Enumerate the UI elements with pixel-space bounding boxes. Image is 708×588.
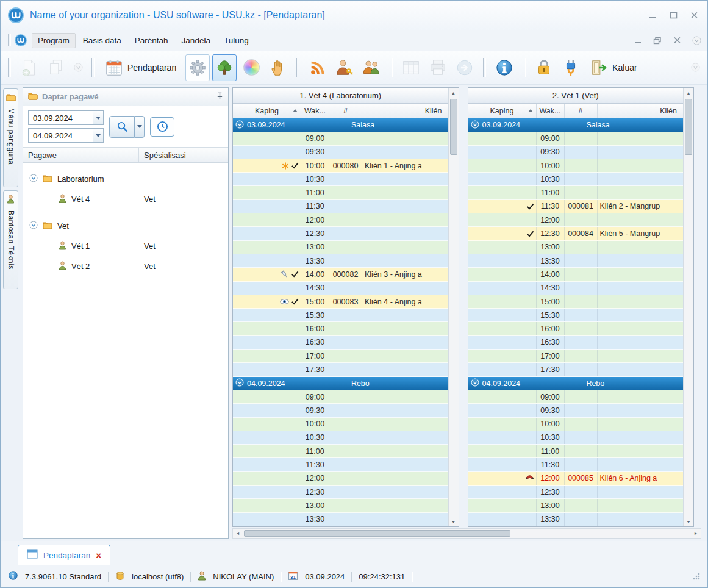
expand-icon[interactable] bbox=[235, 378, 244, 389]
slot-row[interactable]: 11:00 bbox=[233, 186, 448, 199]
slot-row[interactable]: 10:00 bbox=[468, 418, 684, 431]
slot-row[interactable]: 09:30 bbox=[468, 146, 684, 159]
search-options-button[interactable] bbox=[135, 116, 145, 138]
column-header-date[interactable]: Kaping bbox=[233, 104, 301, 118]
slot-row[interactable]: 09:30 bbox=[233, 146, 448, 159]
employee-group-row[interactable]: Vet bbox=[23, 216, 228, 236]
scroll-down-button[interactable]: ▼ bbox=[684, 517, 693, 526]
mdi-close-button[interactable] bbox=[672, 36, 682, 45]
vertical-scrollbar-thumb[interactable] bbox=[685, 99, 692, 155]
slot-row[interactable]: 16:30 bbox=[233, 336, 448, 350]
toolbar-grip[interactable] bbox=[8, 58, 11, 77]
slot-row[interactable]: 12:30 bbox=[233, 486, 448, 499]
scroll-up-button[interactable]: ▲ bbox=[684, 88, 693, 98]
usu-menu-icon[interactable] bbox=[15, 34, 27, 46]
column-header-number[interactable]: # bbox=[329, 104, 362, 118]
column-header-pagawe[interactable]: Pagawe bbox=[23, 148, 139, 162]
vertical-scrollbar-thumb[interactable] bbox=[450, 99, 457, 155]
scroll-down-button[interactable]: ▼ bbox=[449, 517, 459, 526]
user-access-button[interactable] bbox=[332, 54, 357, 81]
slot-row[interactable]: 12:30 bbox=[233, 227, 448, 240]
record-actions-button[interactable] bbox=[71, 60, 85, 75]
slot-row[interactable]: 16:00 bbox=[468, 322, 684, 335]
tab-close-icon[interactable]: × bbox=[96, 551, 101, 560]
tree-view-button[interactable] bbox=[212, 54, 237, 81]
slot-row[interactable]: 11:30 bbox=[233, 458, 448, 471]
employee-row[interactable]: Vét 1Vet bbox=[23, 236, 228, 256]
slot-row[interactable]: 12:00 bbox=[468, 213, 684, 227]
date-row[interactable]: 04.09.2024Rebo bbox=[468, 377, 684, 390]
copy-record-button[interactable] bbox=[44, 54, 68, 81]
menubar-grip[interactable] bbox=[8, 34, 11, 46]
slot-row[interactable]: 15:00000083Klién 4 - Anjing a bbox=[233, 295, 448, 309]
drag-mode-button[interactable] bbox=[266, 54, 290, 81]
slot-row[interactable]: 10:00 bbox=[468, 159, 684, 173]
menu-item[interactable]: Basis data bbox=[77, 33, 127, 48]
slot-row[interactable]: 10:30 bbox=[233, 431, 448, 445]
slot-row[interactable]: 17:30 bbox=[468, 363, 684, 376]
slot-row[interactable]: 13:30 bbox=[233, 254, 448, 268]
slot-row[interactable]: 13:00 bbox=[233, 499, 448, 512]
slot-row[interactable]: 10:30 bbox=[468, 173, 684, 186]
slot-row[interactable]: 13:00 bbox=[233, 241, 448, 254]
settings-button[interactable] bbox=[185, 54, 210, 81]
close-button[interactable] bbox=[689, 11, 699, 20]
search-button[interactable] bbox=[109, 116, 135, 138]
resize-grip[interactable] bbox=[692, 572, 700, 582]
exit-button[interactable]: Kaluar bbox=[585, 54, 643, 81]
column-header-date[interactable]: Kaping bbox=[468, 104, 537, 118]
minimize-button[interactable] bbox=[648, 11, 657, 20]
slot-row[interactable]: 13:30 bbox=[233, 513, 448, 526]
maximize-button[interactable] bbox=[668, 11, 678, 20]
new-record-button[interactable] bbox=[17, 54, 41, 81]
connection-button[interactable] bbox=[559, 54, 583, 81]
menu-item[interactable]: Program bbox=[32, 33, 76, 48]
employee-group-row[interactable]: Laboratorium bbox=[23, 169, 228, 189]
status-info-icon[interactable] bbox=[8, 570, 18, 583]
slot-row[interactable]: 17:00 bbox=[233, 350, 448, 363]
slot-row[interactable]: 14:30 bbox=[468, 282, 684, 295]
toolbar-more-button[interactable] bbox=[688, 60, 703, 75]
slot-row[interactable]: 09:00 bbox=[233, 390, 448, 404]
expand-icon[interactable] bbox=[235, 120, 244, 131]
date-row[interactable]: 04.09.2024Rebo bbox=[233, 377, 448, 390]
expand-icon[interactable] bbox=[29, 221, 38, 231]
users-button[interactable] bbox=[359, 54, 384, 81]
slot-row[interactable]: 13:30 bbox=[468, 254, 684, 268]
slot-row[interactable]: 09:00 bbox=[468, 132, 684, 145]
lock-button[interactable] bbox=[532, 54, 556, 81]
table-view-button[interactable] bbox=[399, 54, 423, 81]
expand-icon[interactable] bbox=[29, 174, 38, 184]
slot-row[interactable]: 11:30 bbox=[233, 200, 448, 213]
menu-item[interactable]: Paréntah bbox=[129, 33, 174, 48]
slot-row[interactable]: 16:00 bbox=[233, 322, 448, 335]
vertical-scrollbar[interactable]: ▲▼ bbox=[683, 88, 693, 526]
column-header-number[interactable]: # bbox=[565, 104, 598, 118]
tab-pendaptaran[interactable]: Pendaptaran × bbox=[18, 545, 110, 565]
slot-row[interactable]: 17:30 bbox=[233, 363, 448, 376]
expand-icon[interactable] bbox=[471, 378, 479, 389]
scroll-right-button[interactable]: ► bbox=[691, 529, 701, 538]
dropdown-arrow-icon[interactable] bbox=[93, 111, 103, 124]
slot-row[interactable]: 14:30 bbox=[233, 282, 448, 295]
date-from-select[interactable]: 03.09.2024 bbox=[28, 110, 104, 125]
registration-button[interactable]: Pendaptaran bbox=[101, 54, 183, 81]
pin-icon[interactable] bbox=[216, 91, 223, 102]
date-to-select[interactable]: 04.09.2024 bbox=[28, 128, 104, 143]
slot-row[interactable]: 14:00 bbox=[468, 268, 684, 281]
mdi-minimize-button[interactable] bbox=[633, 36, 643, 45]
slot-row[interactable]: 10:00 bbox=[233, 418, 448, 431]
column-header-time[interactable]: Wak... bbox=[301, 104, 329, 118]
slot-row[interactable]: 11:00 bbox=[468, 445, 684, 458]
side-tab[interactable]: Ménu pangguna bbox=[3, 88, 18, 187]
slot-row[interactable]: 09:00 bbox=[468, 390, 684, 404]
slot-row[interactable]: 10:30 bbox=[468, 431, 684, 445]
vertical-scrollbar[interactable]: ▲▼ bbox=[448, 88, 459, 526]
slot-row[interactable]: 12:30000084Klién 5 - Mangrup bbox=[468, 227, 684, 240]
menu-more-button[interactable] bbox=[692, 36, 701, 45]
slot-row[interactable]: 14:00000082Klién 3 - Anjing a bbox=[233, 268, 448, 281]
slot-row[interactable]: 15:30 bbox=[468, 309, 684, 322]
column-header-time[interactable]: Wak... bbox=[537, 104, 565, 118]
slot-row[interactable]: 09:30 bbox=[468, 404, 684, 417]
employee-row[interactable]: Vét 2Vet bbox=[23, 256, 228, 276]
